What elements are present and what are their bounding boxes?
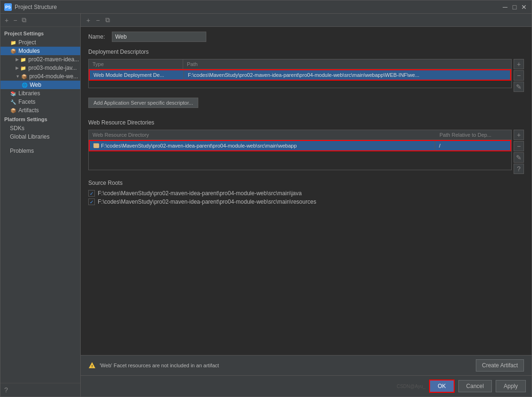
- facets-icon: 🔧: [10, 99, 17, 105]
- sidebar-item-problems-label: Problems: [10, 148, 34, 154]
- modules-icon: 📦: [10, 48, 17, 54]
- svg-text:!: !: [92, 364, 93, 368]
- name-input[interactable]: [112, 32, 206, 42]
- close-button[interactable]: ✕: [520, 3, 528, 11]
- app-icon: PS: [4, 3, 12, 11]
- web-resource-help-button[interactable]: ?: [514, 164, 524, 174]
- project-icon: 📁: [10, 39, 17, 46]
- deployment-descriptors-header: Type Path: [89, 59, 511, 69]
- deployment-add-button[interactable]: +: [514, 59, 524, 69]
- tree-label-pro04: pro04-module-we...: [29, 73, 78, 80]
- cancel-button[interactable]: Cancel: [458, 380, 492, 392]
- web-resource-remove-button[interactable]: −: [514, 141, 524, 151]
- sidebar-item-problems[interactable]: Problems: [0, 147, 80, 155]
- deployment-side-buttons: + − ✎: [514, 59, 524, 92]
- right-remove-button[interactable]: −: [94, 16, 101, 25]
- deployment-edit-button[interactable]: ✎: [514, 82, 524, 92]
- web-resource-add-button[interactable]: +: [514, 130, 524, 140]
- sidebar-tree: Project Settings 📁 Project 📦 Modules ▶ 📁…: [0, 27, 80, 383]
- sidebar-item-global-libraries[interactable]: Global Libraries: [0, 132, 80, 141]
- source-root-checkbox-1[interactable]: ✓: [88, 198, 95, 205]
- source-root-row-1: ✓ F:\codes\MavenStudy\pro02-maven-idea-p…: [88, 198, 524, 205]
- main-content: + − ⧉ Project Settings 📁 Project 📦 Modul…: [0, 14, 532, 397]
- web-resource-directories-table: Web Resource Directory Path Relative to …: [88, 130, 512, 170]
- deployment-descriptor-row[interactable]: Web Module Deployment De... F:\codes\Mav…: [89, 69, 511, 81]
- sidebar-item-project-label: Project: [18, 39, 36, 46]
- folder-icon-pro03: 📁: [20, 65, 26, 71]
- maximize-button[interactable]: □: [511, 3, 518, 11]
- col-path-header: Path: [183, 59, 511, 69]
- right-toolbar: + − ⧉: [81, 14, 532, 27]
- title-bar: PS Project Structure ─ □ ✕: [0, 0, 532, 14]
- deployment-descriptors-section: Type Path Web Module Deployment De... F:…: [88, 59, 524, 92]
- web-icon: 🌐: [21, 82, 28, 88]
- window-title: Project Structure: [15, 4, 501, 10]
- sidebar-item-facets[interactable]: 🔧 Facets: [0, 98, 80, 106]
- web-resource-header: Web Resource Directory Path Relative to …: [89, 130, 511, 140]
- col-webdir-header: Web Resource Directory: [89, 130, 436, 140]
- source-root-path-1: F:\codes\MavenStudy\pro02-maven-idea-par…: [98, 198, 316, 205]
- add-application-server-descriptor-button[interactable]: Add Application Server specific descript…: [88, 98, 198, 108]
- sidebar-item-libraries[interactable]: 📚 Libraries: [0, 89, 80, 98]
- tree-label-pro03: pro03-module-jav...: [28, 65, 77, 71]
- source-root-path-0: F:\codes\MavenStudy\pro02-maven-idea-par…: [98, 190, 302, 197]
- window-controls: ─ □ ✕: [501, 3, 528, 11]
- right-content: Name: Deployment Descriptors Type Path W…: [81, 27, 532, 355]
- tree-label-pro02: pro02-maven-idea...: [28, 56, 79, 63]
- sidebar-help-icon[interactable]: ?: [4, 386, 8, 394]
- web-resource-directories-title: Web Resource Directories: [88, 119, 524, 126]
- web-resource-dir-cell: F:\codes\MavenStudy\pro02-maven-idea-par…: [90, 141, 435, 150]
- watermark: CSDN@Ayu_: [397, 384, 425, 389]
- web-resource-edit-button[interactable]: ✎: [514, 152, 524, 163]
- sidebar-item-artifacts-label: Artifacts: [18, 107, 39, 114]
- minimize-button[interactable]: ─: [501, 3, 509, 11]
- sidebar-item-sdks-label: SDKs: [10, 125, 25, 132]
- create-artifact-button[interactable]: Create Artifact: [476, 359, 524, 372]
- web-resource-side-buttons: + − ✎ ?: [514, 130, 524, 174]
- project-settings-header: Project Settings: [0, 29, 80, 38]
- col-pathrel-header: Path Relative to Dep...: [436, 130, 511, 140]
- right-panel: + − ⧉ Name: Deployment Descriptors Type …: [81, 14, 532, 397]
- apply-button[interactable]: Apply: [496, 380, 526, 392]
- right-add-button[interactable]: +: [84, 16, 92, 25]
- tree-item-pro04[interactable]: ▼ 📦 pro04-module-we...: [0, 72, 80, 81]
- tree-item-pro02[interactable]: ▶ 📁 pro02-maven-idea...: [0, 55, 80, 64]
- folder-small-icon: [93, 143, 99, 148]
- sidebar-remove-button[interactable]: −: [12, 16, 18, 25]
- web-resource-dir-text: F:\codes\MavenStudy\pro02-maven-idea-par…: [101, 143, 297, 149]
- web-resource-rel-cell: /: [435, 141, 510, 150]
- web-resource-directories-section: Web Resource Directory Path Relative to …: [88, 130, 524, 174]
- sidebar-item-global-libraries-label: Global Libraries: [10, 133, 50, 140]
- folder-icon-pro02: 📁: [20, 56, 26, 63]
- tree-item-pro03[interactable]: ▶ 📁 pro03-module-jav...: [0, 64, 80, 72]
- sidebar-toolbar: + − ⧉: [0, 14, 80, 27]
- tree-label-web: Web: [30, 82, 41, 88]
- web-resource-row[interactable]: F:\codes\MavenStudy\pro02-maven-idea-par…: [89, 140, 511, 151]
- deployment-type-cell: Web Module Deployment De...: [90, 70, 184, 80]
- deployment-path-cell: F:\codes\MavenStudy\pro02-maven-idea-par…: [184, 70, 510, 80]
- sidebar-item-modules-label: Modules: [18, 48, 40, 54]
- tree-arrow-pro02: ▶: [16, 57, 19, 62]
- libraries-icon: 📚: [10, 90, 17, 97]
- sidebar-add-button[interactable]: +: [3, 16, 10, 25]
- source-root-row-0: ✓ F:\codes\MavenStudy\pro02-maven-idea-p…: [88, 190, 524, 197]
- name-label: Name:: [88, 33, 112, 40]
- artifacts-icon: 📦: [10, 107, 17, 114]
- sidebar-item-libraries-label: Libraries: [18, 90, 40, 97]
- deployment-remove-button[interactable]: −: [514, 70, 524, 81]
- sidebar-item-project[interactable]: 📁 Project: [0, 38, 80, 47]
- sidebar-item-artifacts[interactable]: 📦 Artifacts: [0, 106, 80, 115]
- sidebar-item-sdks[interactable]: SDKs: [0, 124, 80, 132]
- sidebar-item-modules[interactable]: 📦 Modules: [0, 47, 80, 55]
- sidebar-copy-button[interactable]: ⧉: [20, 15, 28, 25]
- platform-settings-header: Platform Settings: [0, 115, 80, 124]
- module-icon-pro04: 📦: [21, 73, 27, 80]
- source-root-checkbox-0[interactable]: ✓: [88, 190, 95, 197]
- warning-icon: !: [88, 362, 96, 369]
- ok-button[interactable]: OK: [429, 380, 454, 393]
- tree-item-web[interactable]: 🌐 Web: [0, 81, 80, 89]
- source-roots-title: Source Roots: [88, 180, 524, 186]
- project-structure-window: PS Project Structure ─ □ ✕ + − ⧉ Project…: [0, 0, 532, 397]
- warning-bar: ! 'Web' Facet resources are not included…: [81, 355, 532, 375]
- right-copy-button[interactable]: ⧉: [103, 15, 112, 25]
